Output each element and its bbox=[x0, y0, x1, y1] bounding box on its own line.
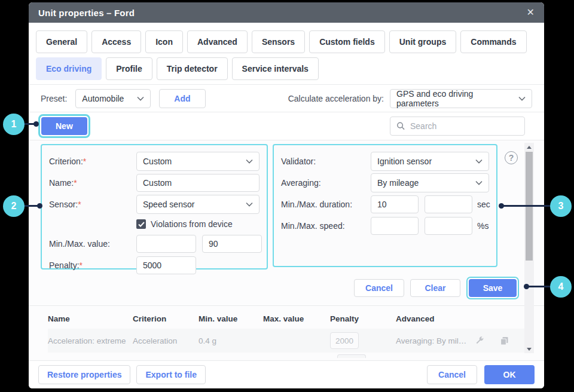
criterion-select[interactable]: Custom bbox=[136, 152, 259, 171]
sensor-label: Sensor:* bbox=[49, 200, 136, 209]
validator-select-value: Ignition sensor bbox=[377, 157, 432, 166]
preset-select[interactable]: Automobile bbox=[75, 89, 151, 108]
row-advanced-text: Averaging: By mil… bbox=[396, 336, 466, 345]
criterion-select-value: Custom bbox=[143, 157, 172, 166]
minmax-speed-label: Min./Max. speed: bbox=[281, 221, 371, 231]
min-speed-input[interactable] bbox=[371, 217, 419, 235]
validator-select[interactable]: Ignition sensor bbox=[371, 152, 489, 171]
callout-3-dot bbox=[499, 203, 504, 209]
sensor-select[interactable]: Speed sensor bbox=[136, 195, 259, 214]
table-row-partial bbox=[48, 353, 532, 358]
check-icon bbox=[138, 222, 145, 227]
col-criterion: Criterion bbox=[133, 314, 199, 323]
vertical-scrollbar[interactable] bbox=[524, 143, 534, 353]
tab-unit-groups[interactable]: Unit groups bbox=[389, 30, 457, 53]
ok-button[interactable]: OK bbox=[484, 365, 535, 384]
form-actions: Cancel Clear Save bbox=[41, 277, 519, 299]
callout-3-line bbox=[501, 205, 551, 207]
preset-bar: Preset: Automobile Add Calculate acceler… bbox=[29, 85, 544, 112]
calc-acceleration-value: GPS and eco driving parameters bbox=[396, 89, 512, 108]
chevron-down-icon bbox=[518, 96, 526, 101]
averaging-select[interactable]: By mileage bbox=[371, 173, 489, 192]
tab-advanced[interactable]: Advanced bbox=[187, 30, 248, 53]
new-button[interactable]: New bbox=[41, 117, 87, 135]
callout-1-dot bbox=[33, 121, 39, 127]
tab-trip-detector[interactable]: Trip detector bbox=[157, 57, 228, 80]
col-name: Name bbox=[48, 314, 133, 323]
close-icon[interactable]: ✕ bbox=[527, 8, 535, 17]
tab-general[interactable]: General bbox=[36, 30, 87, 53]
chevron-down-icon bbox=[475, 180, 483, 185]
callout-3: 3 bbox=[550, 195, 572, 217]
minmax-duration-label: Min./Max. duration: bbox=[281, 200, 371, 209]
chevron-down-icon bbox=[137, 96, 144, 101]
callout-4: 4 bbox=[550, 276, 572, 298]
tab-profile[interactable]: Profile bbox=[106, 57, 152, 80]
chevron-down-icon bbox=[246, 202, 253, 207]
unit-properties-dialog: Unit properties – Ford ✕ General Access … bbox=[29, 2, 544, 388]
name-input[interactable] bbox=[136, 174, 259, 192]
col-advanced: Advanced bbox=[396, 314, 525, 323]
divider bbox=[29, 305, 544, 306]
eco-driving-content: Criterion:* Custom Name:* Sensor:* Speed… bbox=[29, 140, 544, 360]
name-label: Name:* bbox=[49, 178, 136, 188]
scroll-up-arrow-icon[interactable] bbox=[524, 143, 534, 151]
cancel-criterion-button[interactable]: Cancel bbox=[354, 279, 404, 297]
partial-penalty-box bbox=[337, 354, 366, 358]
tab-service-intervals[interactable]: Service intervals bbox=[232, 57, 319, 80]
col-min-value: Min. value bbox=[199, 314, 263, 323]
averaging-select-value: By mileage bbox=[377, 178, 419, 188]
callout-4-line bbox=[526, 286, 551, 287]
copy-icon[interactable] bbox=[500, 336, 509, 345]
min-value-input[interactable] bbox=[136, 235, 196, 253]
row-advanced: Averaging: By mil… bbox=[396, 336, 532, 345]
tab-sensors[interactable]: Sensors bbox=[252, 30, 305, 53]
calc-acceleration-label: Calculate acceleration by: bbox=[288, 94, 384, 103]
tab-access[interactable]: Access bbox=[91, 30, 141, 53]
save-button-highlight: Save bbox=[466, 277, 519, 299]
required-mark: * bbox=[83, 157, 86, 166]
required-mark: * bbox=[74, 178, 77, 188]
callout-2-dot bbox=[37, 203, 42, 209]
export-to-file-button[interactable]: Export to file bbox=[136, 365, 206, 384]
add-preset-button[interactable]: Add bbox=[159, 89, 205, 108]
preset-label: Preset: bbox=[41, 94, 67, 103]
cancel-button[interactable]: Cancel bbox=[427, 365, 477, 384]
table-row[interactable]: Acceleration: extreme Acceleration 0.4 g… bbox=[48, 329, 525, 353]
tab-icon[interactable]: Icon bbox=[145, 30, 183, 53]
row-penalty-box[interactable]: 2000 bbox=[330, 332, 359, 349]
max-duration-input[interactable] bbox=[425, 195, 472, 213]
new-button-highlight: New bbox=[38, 114, 90, 138]
max-speed-input[interactable] bbox=[425, 217, 472, 235]
tab-eco-driving[interactable]: Eco driving bbox=[36, 57, 102, 80]
validator-form-section: Validator: Ignition sensor Averaging: By… bbox=[273, 144, 497, 267]
calc-acceleration-select[interactable]: GPS and eco driving parameters bbox=[390, 89, 532, 108]
search-input[interactable] bbox=[410, 121, 518, 131]
scroll-down-arrow-icon[interactable] bbox=[524, 345, 534, 353]
tab-commands[interactable]: Commands bbox=[460, 30, 526, 53]
calc-acceleration-group: Calculate acceleration by: GPS and eco d… bbox=[288, 89, 532, 108]
min-duration-input[interactable] bbox=[371, 195, 419, 213]
criterion-form-section: Criterion:* Custom Name:* Sensor:* Speed… bbox=[41, 144, 268, 270]
help-icon[interactable]: ? bbox=[505, 151, 518, 164]
save-button[interactable]: Save bbox=[469, 279, 517, 297]
row-criterion: Acceleration bbox=[133, 336, 199, 345]
dialog-footer: Restore properties Export to file Cancel… bbox=[29, 361, 544, 388]
tab-bar: General Access Icon Advanced Sensors Cus… bbox=[29, 23, 544, 84]
minmax-value-label: Min./Max. value: bbox=[49, 239, 136, 249]
averaging-label: Averaging: bbox=[281, 178, 371, 188]
penalty-input[interactable] bbox=[136, 256, 196, 274]
max-value-input[interactable] bbox=[202, 235, 262, 253]
tab-custom-fields[interactable]: Custom fields bbox=[309, 30, 385, 53]
penalty-label: Penalty:* bbox=[49, 261, 136, 270]
clear-criterion-button[interactable]: Clear bbox=[410, 279, 460, 297]
criteria-toolbar: New bbox=[29, 112, 544, 140]
search-box[interactable] bbox=[390, 117, 525, 136]
callout-2: 2 bbox=[3, 195, 25, 217]
required-mark: * bbox=[78, 200, 81, 209]
wrench-icon[interactable] bbox=[475, 336, 484, 345]
violations-checkbox[interactable] bbox=[136, 219, 146, 229]
restore-properties-button[interactable]: Restore properties bbox=[38, 365, 130, 384]
dialog-title: Unit properties – Ford bbox=[38, 8, 135, 18]
chevron-down-icon bbox=[246, 159, 253, 164]
